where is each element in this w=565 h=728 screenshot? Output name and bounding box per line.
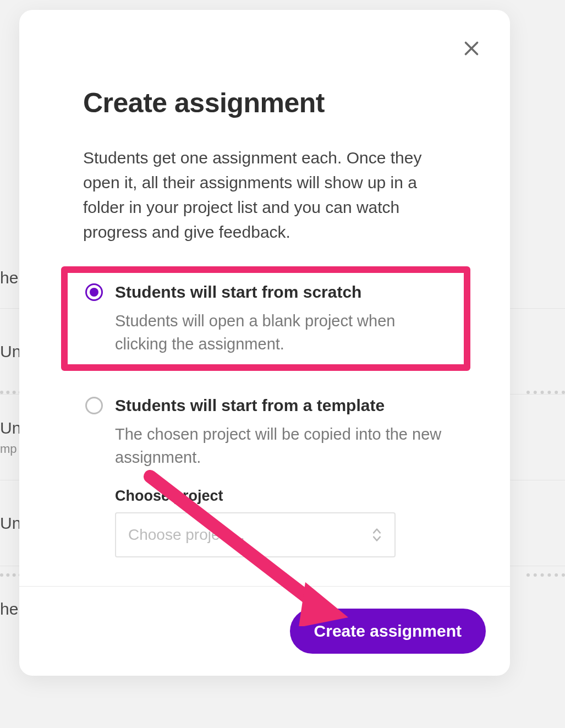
radio-icon[interactable] [85, 397, 103, 414]
select-placeholder: Choose project... [128, 526, 245, 544]
modal-title: Create assignment [83, 87, 448, 119]
option-description: Students will open a blank project when … [115, 309, 446, 355]
choose-project-select[interactable]: Choose project... [115, 512, 396, 557]
options-group: Students will start from scratch Student… [61, 266, 470, 573]
bg-dotted [526, 573, 565, 579]
option-start-from-template[interactable]: Students will start from a template The … [61, 381, 470, 573]
option-title: Students will start from scratch [115, 283, 361, 302]
option-start-from-scratch[interactable]: Students will start from scratch Student… [61, 266, 470, 371]
close-icon [462, 39, 481, 58]
chevron-up-down-icon [371, 527, 382, 543]
modal-description: Students get one assignment each. Once t… [83, 145, 448, 244]
create-assignment-modal: Create assignment Students get one assig… [19, 10, 510, 676]
modal-footer: Create assignment [19, 586, 510, 676]
create-assignment-button[interactable]: Create assignment [290, 609, 486, 654]
option-description: The chosen project will be copied into t… [115, 423, 446, 469]
choose-project-label: Choose project [115, 488, 446, 505]
option-title: Students will start from a template [115, 396, 385, 415]
close-button[interactable] [459, 36, 484, 61]
option-header[interactable]: Students will start from scratch [85, 283, 446, 302]
bg-dotted [0, 573, 22, 579]
modal-body: Create assignment Students get one assig… [19, 10, 510, 586]
option-header[interactable]: Students will start from a template [85, 396, 446, 415]
bg-dotted [526, 391, 565, 396]
bg-dotted [0, 391, 22, 396]
radio-icon[interactable] [85, 283, 103, 301]
